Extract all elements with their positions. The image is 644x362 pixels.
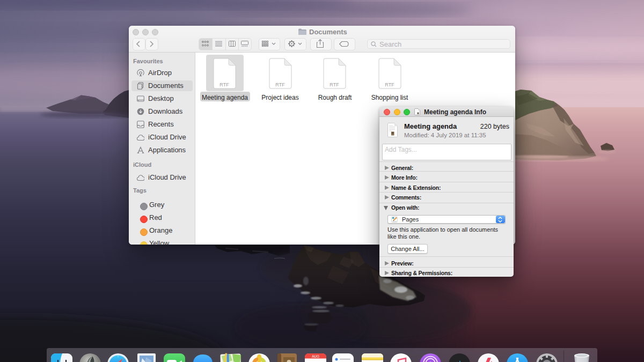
svg-text:RTF: RTF <box>219 82 229 87</box>
svg-text:RTF: RTF <box>385 82 394 87</box>
svg-text:RTF: RTF <box>330 82 339 87</box>
svg-text:AUG: AUG <box>311 354 319 358</box>
svg-text:RTF: RTF <box>275 82 285 87</box>
